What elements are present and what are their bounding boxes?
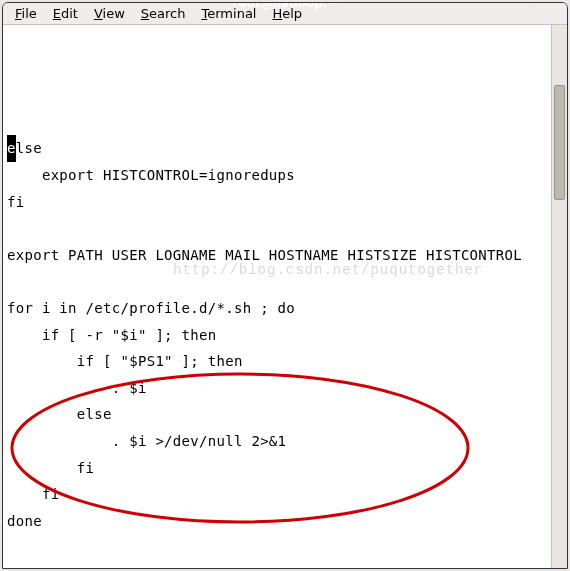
terminal-content[interactable]: http://blog.csdn.net/puqutogether else e… <box>3 25 551 569</box>
terminal-line: export PATH USER LOGNAME MAIL HOSTNAME H… <box>7 247 522 263</box>
terminal-line: for i in /etc/profile.d/*.sh ; do <box>7 300 295 316</box>
terminal-line: fi <box>7 486 59 502</box>
terminal-line: fi <box>7 194 24 210</box>
terminal-window: root@hadoop:~ _ □ × File Edit View Searc… <box>2 2 568 569</box>
terminal-text: else export HISTCONTROL=ignoredups fi ex… <box>7 135 545 569</box>
window-title: root@hadoop:~ <box>232 2 337 10</box>
close-button[interactable]: × <box>547 2 563 10</box>
scrollbar-thumb[interactable] <box>554 85 565 200</box>
terminal-area: http://blog.csdn.net/puqutogether else e… <box>3 25 567 569</box>
menu-view[interactable]: View <box>86 3 133 24</box>
maximize-button[interactable]: □ <box>525 2 541 10</box>
menu-edit[interactable]: Edit <box>45 3 86 24</box>
cursor: e <box>7 135 16 162</box>
terminal-line: else <box>7 406 112 422</box>
scrollbar[interactable] <box>551 25 567 569</box>
terminal-line: . $i >/dev/null 2>&1 <box>7 433 286 449</box>
terminal-line: if [ -r "$i" ]; then <box>7 327 217 343</box>
menu-search[interactable]: Search <box>133 3 194 24</box>
terminal-line: fi <box>7 460 94 476</box>
menu-file[interactable]: File <box>7 3 45 24</box>
minimize-button[interactable]: _ <box>503 2 519 10</box>
terminal-line: export HISTCONTROL=ignoredups <box>7 167 295 183</box>
terminal-line: done <box>7 513 42 529</box>
terminal-line: . $i <box>7 380 147 396</box>
terminal-line: unset i <box>7 566 68 569</box>
terminal-line: if [ "$PS1" ]; then <box>7 353 243 369</box>
line-0-rest: lse <box>16 140 42 156</box>
window-controls: _ □ × <box>503 2 563 10</box>
